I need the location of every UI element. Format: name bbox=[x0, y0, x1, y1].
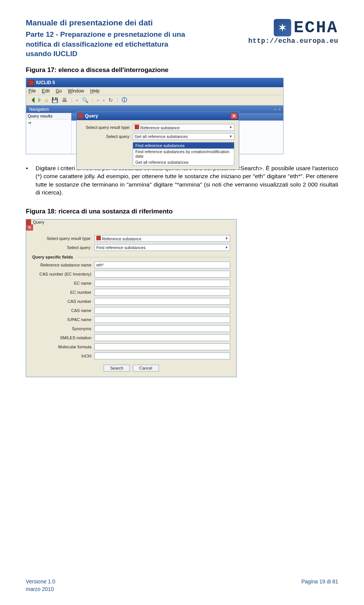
query-results-tab[interactable]: Query results bbox=[26, 113, 71, 119]
search-button[interactable]: Search bbox=[104, 365, 130, 371]
ec-number-input[interactable] bbox=[94, 289, 230, 296]
help-icon[interactable]: ⓘ bbox=[122, 97, 127, 103]
menu-edit[interactable]: Edit bbox=[42, 88, 50, 94]
fig18-caption: Figura 18: ricerca di una sostanza di ri… bbox=[26, 208, 338, 215]
fig17-caption: Figura 17: elenco a discesa dell'interro… bbox=[26, 66, 338, 74]
menu-help[interactable]: Help bbox=[90, 88, 100, 94]
menu-file[interactable]: FFileile bbox=[28, 88, 36, 94]
footer-date: marzo 2010 bbox=[26, 586, 55, 592]
ref-substance-icon bbox=[96, 236, 101, 240]
doc-title-1: Manuale di presentazione dei dati bbox=[26, 18, 189, 27]
toolbar: ⌂ 💾 🖶 | ▫ 🔍 | ▫ ▫ ↻ | ⓘ bbox=[26, 95, 283, 105]
echa-logo-text: ECHA bbox=[293, 18, 338, 37]
smiles-label: SMILES notation bbox=[32, 335, 93, 340]
select-query-label: Select query: bbox=[32, 245, 93, 250]
cas-number-label: CAS number bbox=[32, 299, 93, 304]
query-option-0[interactable]: Find reference substances bbox=[133, 143, 234, 149]
query-icon bbox=[78, 113, 83, 118]
query-dialog-title: Query bbox=[85, 113, 98, 119]
chevron-down-icon: ▼ bbox=[229, 125, 232, 129]
refresh-icon[interactable]: ↻ bbox=[108, 97, 113, 103]
titlebar: IUCLID 5 bbox=[26, 78, 283, 87]
echa-logo-icon: ✶ bbox=[274, 19, 291, 36]
paste-icon[interactable]: ▫ bbox=[103, 97, 105, 103]
ref-name-input[interactable]: eth* bbox=[94, 262, 230, 268]
ec-name-input[interactable] bbox=[94, 280, 230, 287]
select-query-select[interactable]: Find reference substances ▼ bbox=[94, 244, 230, 251]
doc-title-2: Parte 12 - Preparazione e presnetazione … bbox=[26, 30, 189, 59]
search-icon[interactable]: 🔍 bbox=[82, 97, 88, 103]
molform-label: Molecular formula bbox=[32, 345, 93, 349]
cancel-button[interactable]: Cancel bbox=[133, 365, 158, 371]
result-type-label: Select query result type: bbox=[32, 236, 93, 241]
close-icon[interactable]: ✕ bbox=[231, 113, 237, 119]
result-type-select[interactable]: Reference substance ▼ bbox=[133, 124, 234, 131]
back-icon[interactable] bbox=[28, 97, 35, 103]
iuclid-window: IUCLID 5 FFileile Edit Go Window Help ⌂ … bbox=[26, 78, 284, 154]
smiles-input[interactable] bbox=[94, 334, 230, 341]
close-icon[interactable]: ✕ bbox=[26, 224, 33, 230]
cas-number-input[interactable] bbox=[94, 298, 230, 305]
nav-label: Navigation bbox=[29, 107, 49, 111]
select-query-label: Select query: bbox=[81, 134, 130, 139]
home-icon[interactable]: ⌂ bbox=[45, 97, 48, 103]
query-dropdown-list[interactable]: Find reference substances Find reference… bbox=[133, 142, 234, 166]
ref-name-label: Reference substance name bbox=[32, 263, 93, 267]
synonyms-input[interactable] bbox=[94, 325, 230, 332]
echa-url: http://echa.europa.eu bbox=[248, 37, 338, 45]
footer-version: Versione 1.0 bbox=[26, 578, 55, 585]
footer: Versione 1.0 marzo 2010 Pagina 19 di 81 bbox=[26, 578, 338, 592]
bullet-icon: • bbox=[26, 164, 28, 197]
chevron-down-icon: ▼ bbox=[229, 135, 232, 138]
run-icon[interactable]: ➔ bbox=[26, 119, 71, 126]
echa-logo: ✶ ECHA http://echa.europa.eu bbox=[248, 18, 338, 45]
query-form-title: Query bbox=[33, 220, 44, 224]
menubar[interactable]: FFileile Edit Go Window Help bbox=[26, 87, 283, 95]
result-type-select[interactable]: Reference substance ▼ bbox=[94, 235, 230, 242]
print-icon[interactable]: 🖶 bbox=[62, 97, 67, 103]
result-type-label: Select query result type: bbox=[81, 125, 130, 130]
iupac-input[interactable] bbox=[94, 316, 230, 323]
forward-icon[interactable] bbox=[38, 97, 41, 103]
molform-input[interactable] bbox=[94, 343, 230, 350]
copy-icon[interactable]: ▫ bbox=[97, 97, 99, 103]
iupac-label: IUPAC name bbox=[32, 317, 93, 322]
footer-page: Pagina 19 di 81 bbox=[301, 578, 338, 592]
select-query-select[interactable]: Get all reference substances ▼ bbox=[133, 133, 234, 140]
ec-name-label: EC name bbox=[32, 281, 93, 285]
ec-number-label: EC number bbox=[32, 290, 93, 295]
save-icon[interactable]: 💾 bbox=[52, 97, 58, 103]
cas-name-label: CAS name bbox=[32, 308, 93, 313]
doc-icon[interactable]: ▫ bbox=[76, 97, 78, 103]
cas-name-input[interactable] bbox=[94, 307, 230, 314]
cas-ec-label: CAS number (EC Inventory) bbox=[32, 272, 93, 276]
app-icon bbox=[28, 80, 34, 85]
doc-header: Manuale di presentazione dei dati Parte … bbox=[26, 18, 338, 59]
nav-sq-icon[interactable]: ▫ bbox=[279, 107, 280, 111]
query-specific-fields-label: Query specific fields bbox=[32, 255, 230, 259]
query-option-1[interactable]: Find reference substances by creation/mo… bbox=[133, 149, 234, 159]
nav-min-icon[interactable]: – bbox=[274, 107, 276, 111]
chevron-down-icon: ▼ bbox=[225, 237, 228, 240]
chevron-down-icon: ▼ bbox=[225, 246, 228, 249]
query-dialog: Query ✕ Select query result type: Refere… bbox=[76, 111, 239, 170]
cas-ec-input[interactable] bbox=[94, 271, 230, 277]
inchi-label: InChI bbox=[32, 354, 93, 358]
menu-go[interactable]: Go bbox=[56, 88, 62, 94]
ref-substance-icon bbox=[135, 125, 139, 129]
menu-window[interactable]: Window bbox=[68, 88, 84, 94]
inchi-input[interactable] bbox=[94, 353, 230, 359]
query-option-2[interactable]: Get all reference substances bbox=[133, 159, 234, 165]
synonyms-label: Synonyms bbox=[32, 326, 93, 331]
query-form: Query ✕ Select query result type: Refere… bbox=[26, 219, 237, 377]
left-panel: Query results ➔ bbox=[26, 113, 72, 154]
query-icon bbox=[26, 219, 31, 224]
window-title: IUCLID 5 bbox=[36, 80, 55, 85]
